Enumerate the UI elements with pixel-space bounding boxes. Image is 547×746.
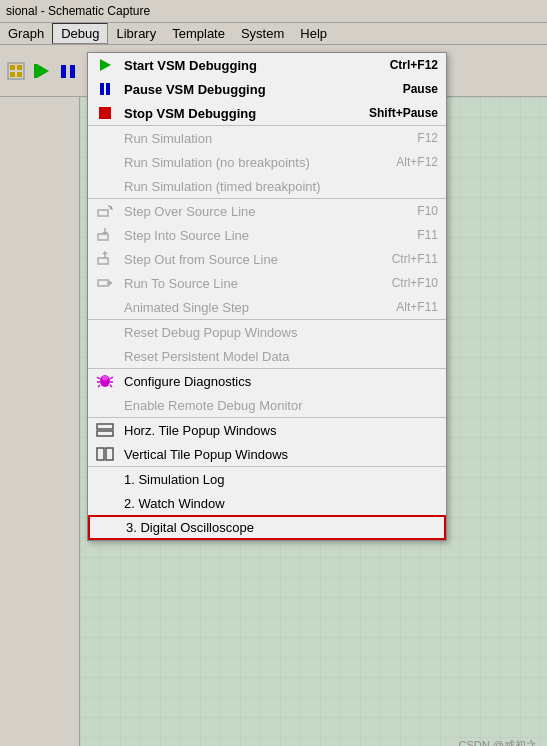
enable-remote-item[interactable]: Enable Remote Debug Monitor: [88, 393, 446, 417]
run-sim-item[interactable]: Run Simulation F12: [88, 126, 446, 150]
svg-rect-16: [98, 234, 108, 240]
stop-vsm-item[interactable]: Stop VSM Debugging Shift+Pause: [88, 101, 446, 125]
menu-graph[interactable]: Graph: [0, 24, 52, 43]
step-over-item[interactable]: Step Over Source Line F10: [88, 199, 446, 223]
horz-tile-icon: [92, 419, 118, 441]
bug-icon: [92, 370, 118, 392]
pause-icon: [92, 78, 118, 100]
watermark: CSDN @咸初之: [459, 738, 537, 746]
svg-rect-4: [17, 72, 22, 77]
run-sim-timed-item[interactable]: Run Simulation (timed breakpoint): [88, 174, 446, 198]
svg-marker-21: [102, 251, 108, 254]
svg-rect-13: [99, 107, 111, 119]
debug-dropdown: Start VSM Debugging Ctrl+F12 Pause VSM D…: [87, 52, 447, 541]
run-to-item[interactable]: Run To Source Line Ctrl+F10: [88, 271, 446, 295]
menu-help[interactable]: Help: [292, 24, 335, 43]
start-vsm-item[interactable]: Start VSM Debugging Ctrl+F12: [88, 53, 446, 77]
run-sim-no-bp-item[interactable]: Run Simulation (no breakpoints) Alt+F12: [88, 150, 446, 174]
svg-rect-1: [10, 65, 15, 70]
svg-rect-6: [34, 64, 37, 78]
svg-rect-19: [98, 258, 108, 264]
menu-system[interactable]: System: [233, 24, 292, 43]
toolbar-btn-1[interactable]: [4, 59, 28, 83]
svg-marker-10: [100, 59, 111, 71]
step-out-item[interactable]: Step Out from Source Line Ctrl+F11: [88, 247, 446, 271]
run-simulation-section: Run Simulation F12 Run Simulation (no br…: [88, 126, 446, 199]
svg-rect-33: [97, 424, 113, 429]
svg-rect-2: [17, 65, 22, 70]
svg-rect-11: [100, 83, 104, 95]
left-sidebar: [0, 97, 80, 746]
step-into-item[interactable]: Step Into Source Line F11: [88, 223, 446, 247]
vert-tile-icon: [92, 443, 118, 465]
vsm-controls-section: Start VSM Debugging Ctrl+F12 Pause VSM D…: [88, 53, 446, 126]
tile-section: Horz. Tile Popup Windows Vertical Tile P…: [88, 418, 446, 467]
svg-marker-5: [37, 64, 49, 78]
menu-bar: Graph Debug Library Template System Help: [0, 23, 547, 45]
svg-rect-22: [98, 280, 108, 286]
svg-line-27: [97, 377, 100, 379]
windows-section: 1. Simulation Log 2. Watch Window 3. Dig…: [88, 467, 446, 540]
svg-marker-24: [109, 280, 112, 286]
diagnostics-section: Configure Diagnostics Enable Remote Debu…: [88, 369, 446, 418]
svg-rect-8: [70, 65, 75, 78]
svg-rect-36: [106, 448, 113, 460]
vert-tile-item[interactable]: Vertical Tile Popup Windows: [88, 442, 446, 466]
svg-line-28: [110, 377, 113, 379]
play-icon: [92, 54, 118, 76]
run-to-icon: [92, 272, 118, 294]
watch-window-item[interactable]: 2. Watch Window: [88, 491, 446, 515]
menu-debug[interactable]: Debug: [52, 23, 108, 44]
svg-rect-14: [98, 210, 108, 216]
menu-library[interactable]: Library: [108, 24, 164, 43]
title-bar: sional - Schematic Capture: [0, 0, 547, 23]
svg-point-26: [102, 376, 108, 381]
svg-rect-3: [10, 72, 15, 77]
reset-section: Reset Debug Popup Windows Reset Persiste…: [88, 320, 446, 369]
digital-osc-item[interactable]: 3. Digital Oscilloscope: [88, 515, 446, 540]
sim-log-item[interactable]: 1. Simulation Log: [88, 467, 446, 491]
step-controls-section: Step Over Source Line F10 Step Into Sour…: [88, 199, 446, 320]
step-out-icon: [92, 248, 118, 270]
svg-rect-7: [61, 65, 66, 78]
svg-rect-34: [97, 431, 113, 436]
step-over-icon: [92, 200, 118, 222]
horz-tile-item[interactable]: Horz. Tile Popup Windows: [88, 418, 446, 442]
svg-line-32: [110, 385, 112, 387]
step-into-icon: [92, 224, 118, 246]
title-text: sional - Schematic Capture: [6, 4, 150, 18]
stop-icon: [92, 102, 118, 124]
svg-rect-35: [97, 448, 104, 460]
svg-rect-12: [106, 83, 110, 95]
toolbar-btn-3[interactable]: [56, 59, 80, 83]
reset-persistent-item[interactable]: Reset Persistent Model Data: [88, 344, 446, 368]
svg-line-31: [98, 385, 100, 387]
toolbar-btn-2[interactable]: [30, 59, 54, 83]
reset-popup-item[interactable]: Reset Debug Popup Windows: [88, 320, 446, 344]
configure-diag-item[interactable]: Configure Diagnostics: [88, 369, 446, 393]
menu-template[interactable]: Template: [164, 24, 233, 43]
animated-step-item[interactable]: Animated Single Step Alt+F11: [88, 295, 446, 319]
pause-vsm-item[interactable]: Pause VSM Debugging Pause: [88, 77, 446, 101]
